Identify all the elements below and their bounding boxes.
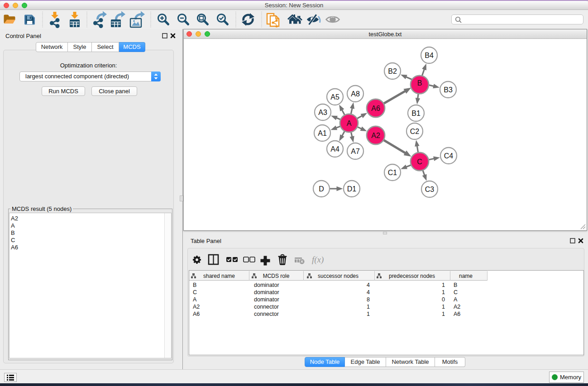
svg-text:A4: A4 bbox=[330, 145, 339, 153]
svg-text:8: 8 bbox=[367, 296, 370, 303]
svg-text:B: B bbox=[417, 79, 422, 87]
svg-text:successor nodes: successor nodes bbox=[318, 273, 359, 279]
svg-text:B1: B1 bbox=[411, 110, 421, 117]
svg-text:A3: A3 bbox=[318, 109, 327, 116]
svg-text:connector: connector bbox=[254, 311, 279, 317]
svg-text:C: C bbox=[417, 158, 422, 166]
svg-text:B: B bbox=[193, 282, 196, 288]
svg-text:f(x): f(x) bbox=[312, 255, 324, 265]
svg-text:connector: connector bbox=[254, 304, 279, 310]
svg-text:B4: B4 bbox=[425, 52, 434, 59]
svg-text:1: 1 bbox=[442, 304, 445, 310]
svg-text:C4: C4 bbox=[444, 152, 454, 160]
svg-text:A6: A6 bbox=[193, 311, 200, 317]
svg-text:4: 4 bbox=[367, 282, 370, 288]
svg-text:name: name bbox=[459, 273, 473, 279]
svg-text:A5: A5 bbox=[330, 93, 339, 101]
svg-text:4: 4 bbox=[367, 289, 370, 295]
svg-text:A2: A2 bbox=[371, 132, 380, 139]
svg-text:B3: B3 bbox=[444, 86, 453, 94]
svg-text:D1: D1 bbox=[347, 185, 357, 193]
svg-text:1: 1 bbox=[442, 282, 445, 288]
svg-text:A7: A7 bbox=[351, 148, 360, 155]
svg-text:B: B bbox=[454, 282, 457, 288]
svg-text:D: D bbox=[319, 185, 324, 193]
svg-text:1: 1 bbox=[442, 311, 445, 317]
svg-text:dominator: dominator bbox=[254, 296, 279, 303]
svg-text:0: 0 bbox=[442, 296, 445, 303]
svg-text:1: 1 bbox=[442, 289, 445, 295]
svg-text:predecessor nodes: predecessor nodes bbox=[389, 273, 435, 279]
svg-text:C: C bbox=[193, 289, 197, 295]
svg-text:1: 1 bbox=[367, 311, 370, 317]
svg-text:MCDS role: MCDS role bbox=[263, 273, 290, 279]
svg-text:A: A bbox=[454, 296, 458, 303]
svg-text:C1: C1 bbox=[388, 169, 397, 176]
svg-text:B2: B2 bbox=[388, 67, 397, 75]
svg-text:dominator: dominator bbox=[254, 289, 279, 295]
svg-text:shared name: shared name bbox=[203, 273, 235, 279]
svg-text:A2: A2 bbox=[454, 304, 460, 310]
svg-text:A6: A6 bbox=[454, 311, 460, 317]
svg-text:A: A bbox=[347, 119, 352, 127]
svg-text:1: 1 bbox=[367, 304, 370, 310]
svg-text:C2: C2 bbox=[410, 128, 420, 135]
svg-text:A8: A8 bbox=[351, 90, 360, 98]
svg-text:A: A bbox=[193, 296, 197, 303]
svg-text:C3: C3 bbox=[425, 186, 435, 193]
svg-text:A2: A2 bbox=[193, 304, 200, 310]
svg-text:A1: A1 bbox=[318, 129, 327, 137]
svg-text:A6: A6 bbox=[371, 105, 380, 112]
svg-text:dominator: dominator bbox=[254, 282, 279, 288]
svg-text:C: C bbox=[454, 289, 458, 295]
